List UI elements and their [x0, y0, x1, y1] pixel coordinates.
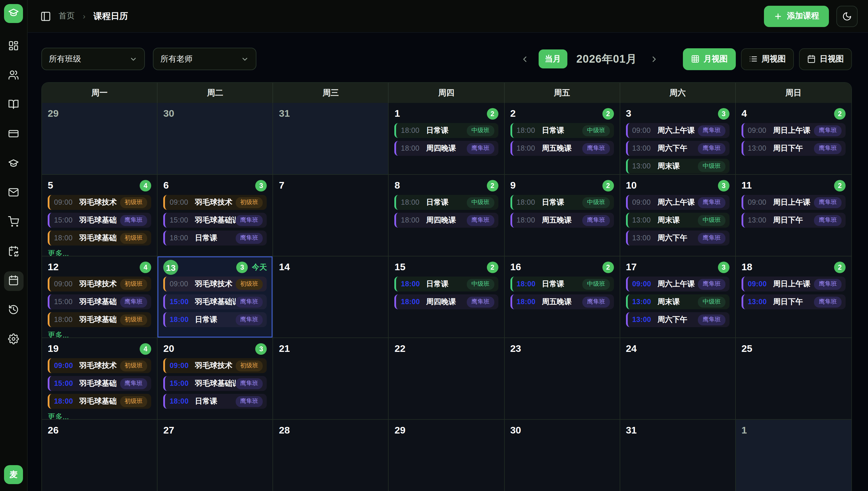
day-cell[interactable]: 22	[389, 338, 504, 419]
sidebar-item-classes[interactable]	[4, 154, 23, 174]
event-item[interactable]: 09:00羽毛球技术初级班	[48, 277, 151, 291]
breadcrumb-home[interactable]: 首页	[59, 11, 75, 21]
sidebar-item-dashboard[interactable]	[4, 37, 23, 56]
event-item[interactable]: 18:00日常课中级班	[395, 277, 498, 291]
sidebar-item-courses[interactable]	[4, 95, 23, 115]
event-item[interactable]: 18:00羽毛球基础初级班	[48, 231, 151, 246]
sidebar-item-messages[interactable]	[4, 183, 23, 203]
event-item[interactable]: 18:00日常课鹰隼班	[163, 312, 267, 327]
event-item[interactable]: 18:00羽毛球基础初级班	[48, 312, 151, 327]
event-item[interactable]: 13:00周日下午鹰隼班	[742, 294, 845, 309]
event-item[interactable]: 15:00羽毛球基础鹰隼班	[48, 294, 151, 309]
event-item[interactable]: 18:00周五晚课鹰隼班	[510, 213, 613, 228]
event-item[interactable]: 18:00日常课中级班	[395, 123, 498, 138]
day-cell[interactable]: 10309:00周六上午课鹰隼班13:00周末课中级班13:00周六下午鹰隼班	[620, 175, 736, 256]
event-item[interactable]: 18:00周四晚课鹰隼班	[395, 294, 498, 309]
day-cell[interactable]: 25	[736, 338, 851, 419]
event-item[interactable]: 15:00羽毛球基础课鹰隼班	[163, 294, 267, 309]
day-cell[interactable]: 26	[42, 420, 157, 491]
day-cell[interactable]: 18209:00周日上午课鹰隼班13:00周日下午鹰隼班	[736, 256, 851, 338]
view-day-button[interactable]: 日视图	[799, 48, 852, 70]
day-cell[interactable]: 19409:00羽毛球技术初级班15:00羽毛球基础鹰隼班18:00羽毛球基础初…	[42, 338, 157, 419]
add-course-button[interactable]: 添加课程	[764, 5, 829, 27]
view-week-button[interactable]: 周视图	[741, 48, 794, 70]
day-cell[interactable]: 28	[273, 420, 389, 491]
event-item[interactable]: 18:00日常课中级班	[510, 123, 613, 138]
event-item[interactable]: 09:00周日上午课鹰隼班	[742, 195, 845, 210]
day-cell[interactable]: 6309:00羽毛球技术初级班15:00羽毛球基础课鹰隼班18:00日常课鹰隼班	[157, 175, 273, 256]
event-item[interactable]: 13:00周末课中级班	[626, 294, 729, 309]
current-month-button[interactable]: 当月	[538, 50, 567, 68]
day-cell[interactable]: 31	[620, 420, 736, 491]
day-cell[interactable]: 3309:00周六上午课鹰隼班13:00周六下午鹰隼班13:00周末课中级班	[620, 103, 736, 174]
event-item[interactable]: 13:00周日下午鹰隼班	[742, 213, 845, 228]
day-cell[interactable]: 30	[504, 420, 620, 491]
day-cell[interactable]: 2218:00日常课中级班18:00周五晚课鹰隼班	[504, 103, 620, 174]
event-item[interactable]: 09:00周六上午课鹰隼班	[626, 277, 729, 291]
day-cell[interactable]: 17309:00周六上午课鹰隼班13:00周末课中级班13:00周六下午鹰隼班	[620, 256, 736, 338]
day-cell[interactable]: 30	[157, 103, 273, 174]
day-cell[interactable]: 16218:00日常课中级班18:00周五晚课鹰隼班	[504, 256, 620, 338]
app-logo[interactable]	[4, 4, 23, 23]
event-item[interactable]: 13:00周六下午鹰隼班	[626, 231, 729, 246]
event-item[interactable]: 18:00日常课鹰隼班	[163, 394, 267, 409]
user-avatar[interactable]: 麦	[4, 465, 23, 484]
event-item[interactable]: 13:00周末课中级班	[626, 213, 729, 228]
event-item[interactable]: 09:00周日上午课鹰隼班	[742, 123, 845, 138]
event-item[interactable]: 18:00日常课中级班	[510, 195, 613, 210]
day-cell[interactable]: 5409:00羽毛球技术初级班15:00羽毛球基础鹰隼班18:00羽毛球基础初级…	[42, 175, 157, 256]
day-cell[interactable]: 11209:00周日上午课鹰隼班13:00周日下午鹰隼班	[736, 175, 851, 256]
more-link[interactable]: 更多...	[48, 249, 151, 256]
prev-month-button[interactable]	[516, 51, 533, 67]
event-item[interactable]: 13:00周六下午鹰隼班	[626, 141, 729, 156]
event-item[interactable]: 18:00周五晚课鹰隼班	[510, 141, 613, 156]
more-link[interactable]: 更多...	[48, 330, 151, 338]
event-item[interactable]: 18:00日常课鹰隼班	[163, 231, 267, 246]
event-item[interactable]: 13:00周六下午鹰隼班	[626, 312, 729, 327]
sidebar-item-calendar[interactable]	[4, 271, 23, 291]
day-cell[interactable]: 4209:00周日上午课鹰隼班13:00周日下午鹰隼班	[736, 103, 851, 174]
event-item[interactable]: 15:00羽毛球基础课鹰隼班	[163, 376, 267, 391]
event-item[interactable]: 18:00日常课中级班	[395, 195, 498, 210]
day-cell[interactable]: 29	[42, 103, 157, 174]
event-item[interactable]: 13:00周末课中级班	[626, 159, 729, 174]
event-item[interactable]: 09:00周六上午课鹰隼班	[626, 123, 729, 138]
class-filter-select[interactable]: 所有班级	[41, 48, 145, 70]
day-cell[interactable]: 15218:00日常课中级班18:00周四晚课鹰隼班	[389, 256, 504, 338]
day-cell[interactable]: 1218:00日常课中级班18:00周四晚课鹰隼班	[389, 103, 504, 174]
sidebar-item-schedule-sync[interactable]	[4, 242, 23, 262]
sidebar-item-students[interactable]	[4, 66, 23, 86]
day-cell[interactable]: 8218:00日常课中级班18:00周四晚课鹰隼班	[389, 175, 504, 256]
event-item[interactable]: 15:00羽毛球基础鹰隼班	[48, 213, 151, 228]
day-cell[interactable]: 133今天09:00羽毛球技术初级班15:00羽毛球基础课鹰隼班18:00日常课…	[157, 256, 273, 338]
day-cell[interactable]: 1	[736, 420, 851, 491]
next-month-button[interactable]	[646, 51, 662, 67]
event-item[interactable]: 09:00羽毛球技术初级班	[163, 195, 267, 210]
theme-toggle-button[interactable]	[836, 5, 858, 27]
day-cell[interactable]: 31	[273, 103, 389, 174]
day-cell[interactable]: 14	[273, 256, 389, 338]
day-cell[interactable]: 21	[273, 338, 389, 419]
teacher-filter-select[interactable]: 所有老师	[153, 48, 257, 70]
sidebar-item-settings[interactable]	[4, 330, 23, 350]
event-item[interactable]: 18:00周五晚课鹰隼班	[510, 294, 613, 309]
event-item[interactable]: 13:00周日下午鹰隼班	[742, 141, 845, 156]
event-item[interactable]: 15:00羽毛球基础课鹰隼班	[163, 213, 267, 228]
panel-toggle-icon[interactable]	[40, 11, 51, 22]
event-item[interactable]: 18:00羽毛球基础初级班	[48, 394, 151, 409]
sidebar-item-billing[interactable]	[4, 125, 23, 144]
event-item[interactable]: 09:00羽毛球技术初级班	[163, 277, 267, 291]
event-item[interactable]: 15:00羽毛球基础鹰隼班	[48, 376, 151, 391]
event-item[interactable]: 09:00周六上午课鹰隼班	[626, 195, 729, 210]
sidebar-item-shop[interactable]	[4, 213, 23, 232]
event-item[interactable]: 09:00羽毛球技术初级班	[163, 358, 267, 373]
day-cell[interactable]: 20309:00羽毛球技术初级班15:00羽毛球基础课鹰隼班18:00日常课鹰隼…	[157, 338, 273, 419]
day-cell[interactable]: 29	[389, 420, 504, 491]
event-item[interactable]: 09:00羽毛球技术初级班	[48, 358, 151, 373]
more-link[interactable]: 更多...	[48, 412, 151, 419]
day-cell[interactable]: 9218:00日常课中级班18:00周五晚课鹰隼班	[504, 175, 620, 256]
event-item[interactable]: 09:00羽毛球技术初级班	[48, 195, 151, 210]
day-cell[interactable]: 7	[273, 175, 389, 256]
event-item[interactable]: 18:00日常课中级班	[510, 277, 613, 291]
day-cell[interactable]: 27	[157, 420, 273, 491]
